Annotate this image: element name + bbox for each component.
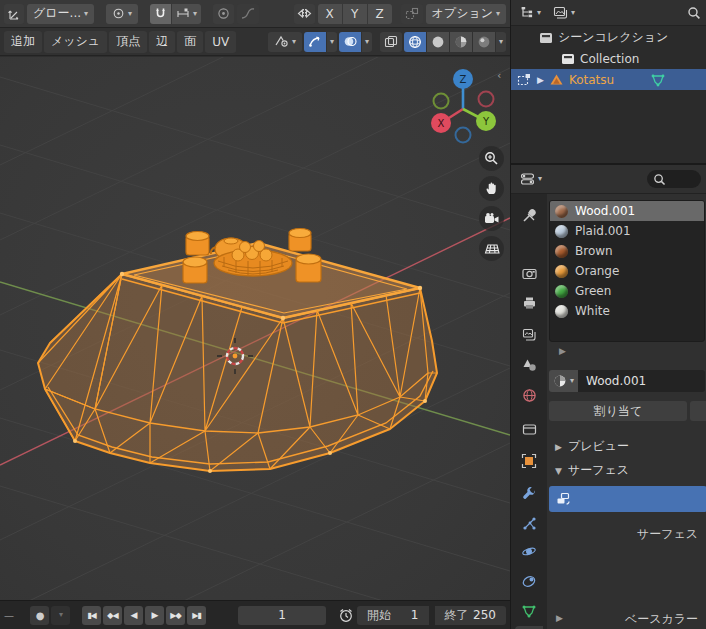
pivot-point-dropdown[interactable]: ▾ (106, 4, 138, 24)
gizmo-dropdown[interactable]: ▾ (327, 32, 337, 52)
next-keyframe-button[interactable]: ▶◆ (166, 606, 185, 625)
menu-mesh[interactable]: メッシュ (44, 31, 107, 53)
snap-toggle[interactable] (150, 4, 171, 24)
tab-world[interactable] (515, 382, 543, 408)
material-slot-row[interactable]: Plaid.001 (550, 221, 704, 241)
mirror-x-button[interactable]: X (318, 4, 342, 24)
outliner-row-scene-collection[interactable]: シーンコレクション (511, 27, 706, 48)
tab-tool[interactable] (515, 202, 543, 228)
frame-start-field[interactable]: 開始 1 (357, 606, 429, 625)
orthographic-toggle-button[interactable] (479, 236, 504, 261)
snap-target-dropdown[interactable]: ▾ (172, 4, 201, 24)
tab-object-data[interactable] (515, 598, 543, 624)
tab-physics[interactable] (515, 538, 543, 564)
shading-rendered-button[interactable] (473, 32, 495, 52)
tab-collection-properties[interactable] (515, 416, 543, 442)
properties-header: ▾ (511, 163, 706, 194)
base-color-expand-arrow[interactable]: ▶ (556, 613, 563, 623)
shading-material-button[interactable] (450, 32, 472, 52)
frame-end-field[interactable]: 終了 250 (435, 606, 507, 625)
menu-uv[interactable]: UV (205, 31, 236, 53)
material-slot-name: Plaid.001 (575, 224, 631, 238)
show-gizmo-toggle[interactable] (304, 32, 326, 52)
options-dropdown[interactable]: オプション ▾ (426, 4, 506, 24)
material-specials-menu[interactable]: ▶ (559, 346, 566, 356)
editor-corner-handle[interactable]: — (4, 610, 14, 621)
menu-vertex[interactable]: 頂点 (109, 31, 147, 53)
play-button[interactable]: ▶ (145, 606, 164, 625)
material-name-field[interactable]: Wood.001 (578, 370, 705, 392)
visibility-dropdown[interactable]: ▾ (268, 32, 302, 52)
expand-arrow-icon[interactable]: ▶ (537, 75, 544, 85)
zoom-icon (484, 151, 499, 166)
mirror-y-button[interactable]: Y (343, 4, 367, 24)
sidebar-toggle-arrow[interactable]: ‹ (497, 69, 501, 82)
tab-particles[interactable] (515, 510, 543, 536)
use-preview-range-toggle[interactable] (336, 606, 355, 625)
current-frame-field[interactable]: 1 (238, 606, 326, 625)
properties-search-field[interactable] (647, 170, 701, 188)
proportional-editing-toggle[interactable] (213, 4, 234, 24)
live-unwrap-toggle[interactable] (401, 4, 423, 24)
mirror-z-button[interactable]: Z (368, 4, 392, 24)
pan-button[interactable] (479, 176, 504, 201)
gizmo-neg-x-ball[interactable] (479, 92, 494, 107)
properties-editor-type-dropdown[interactable]: ▾ (517, 169, 545, 189)
material-slot-row[interactable]: Green (550, 281, 704, 301)
tab-modifiers[interactable] (515, 480, 543, 506)
falloff-curve-icon (241, 7, 255, 20)
gizmo-neg-z-ball[interactable] (456, 128, 471, 143)
keying-dropdown[interactable]: ▾ (51, 606, 70, 625)
outliner-row-collection[interactable]: Collection (511, 48, 706, 69)
prev-keyframe-button[interactable]: ◆◀ (103, 606, 122, 625)
material-slot-row[interactable]: White (550, 301, 704, 321)
gizmo-z-label: Z (460, 74, 467, 85)
play-reverse-button[interactable]: ◀ (124, 606, 143, 625)
outliner-row-kotatsu[interactable]: ▶ Kotatsu (511, 69, 706, 90)
auto-keying-toggle[interactable]: ● (30, 606, 49, 625)
chevron-down-icon: ▾ (496, 10, 500, 18)
material-sphere-icon (555, 305, 568, 318)
tab-object[interactable] (515, 448, 543, 474)
menu-edge[interactable]: 辺 (149, 31, 175, 53)
menu-face[interactable]: 面 (177, 31, 203, 53)
transform-orientation-icon[interactable] (4, 4, 24, 24)
physics-icon (521, 544, 537, 559)
jump-to-start-button[interactable]: ▮◀ (82, 606, 101, 625)
xray-toggle[interactable] (380, 32, 402, 52)
gizmo-neg-y-ball[interactable] (434, 94, 449, 109)
tab-render[interactable] (515, 260, 543, 286)
material-slot-row[interactable]: Brown (550, 241, 704, 261)
tab-output[interactable] (515, 290, 543, 316)
navigation-gizmo[interactable]: Z X Y (425, 65, 501, 145)
viewport-3d[interactable]: Z X Y (0, 57, 510, 600)
kotatsu-mesh[interactable] (38, 229, 437, 474)
menu-add[interactable]: 追加 (4, 31, 42, 53)
orientation-dropdown[interactable]: グロー... ▾ (27, 4, 94, 24)
surface-panel-header[interactable]: ▼ サーフェス (547, 460, 706, 481)
zoom-button[interactable] (479, 146, 504, 171)
shading-dropdown[interactable]: ▾ (496, 32, 506, 52)
shading-solid-button[interactable] (427, 32, 449, 52)
tab-scene[interactable] (515, 352, 543, 378)
chevron-down-icon: ▾ (292, 38, 296, 46)
jump-to-end-button[interactable]: ▶▮ (187, 606, 206, 625)
preview-panel-header[interactable]: ▶ プレビュー (547, 436, 706, 457)
tab-constraints[interactable] (515, 568, 543, 594)
tab-view-layer[interactable] (515, 322, 543, 348)
falloff-dropdown[interactable] (237, 4, 259, 24)
select-button-partial[interactable] (690, 401, 706, 421)
shading-wireframe-button[interactable] (404, 32, 426, 52)
chevron-down-icon: ▾ (571, 9, 575, 17)
use-nodes-button[interactable] (549, 486, 706, 512)
camera-view-button[interactable] (479, 206, 504, 231)
outliner-display-mode-dropdown[interactable]: ▾ (517, 3, 544, 23)
browse-material-button[interactable]: ▾ (549, 370, 578, 392)
search-icon[interactable] (687, 6, 701, 20)
show-overlays-toggle[interactable] (339, 32, 361, 52)
material-slot-row[interactable]: Orange (550, 261, 704, 281)
outliner-filter-dropdown[interactable]: ▾ (550, 3, 578, 23)
assign-button[interactable]: 割り当て (549, 401, 687, 421)
material-slot-row[interactable]: Wood.001 (550, 201, 704, 221)
overlays-dropdown[interactable]: ▾ (362, 32, 372, 52)
